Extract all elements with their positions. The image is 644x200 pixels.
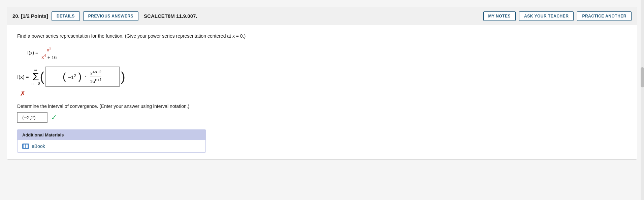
ebook-label: eBook [32,144,45,149]
svg-rect-0 [24,145,25,148]
dot-separator: · [85,74,86,80]
answer-fraction: x4n+2 16n+1 [90,70,102,84]
function-label: f(x) = [27,50,38,55]
question-id: SCALCET8M 11.9.007. [144,13,197,19]
additional-materials-header: Additional Materials [18,130,205,140]
scrollbar-track[interactable] [641,0,644,200]
open-paren-outer: ( [40,70,44,83]
summation: ∞ Σ n = 0 [32,68,40,85]
answer-input-box: ( −12 ) · x4n+2 16n+1 [45,67,120,87]
function-definition: f(x) = x2 x4 + 16 [27,46,627,60]
function-fraction: x2 x4 + 16 [41,46,57,60]
practice-another-button[interactable]: PRACTICE ANOTHER [577,11,632,21]
answer-row: f(x) = ∞ Σ n = 0 ( ( −12 ) · [17,67,627,87]
answer-frac-num: x4n+2 [90,70,101,77]
correct-mark: ✓ [51,113,57,122]
convergence-section: Determine the interval of convergence. (… [17,104,627,123]
ebook-icon [22,144,29,149]
sum-lower: n = 0 [32,81,40,85]
scrollbar-thumb[interactable] [641,67,644,87]
convergence-answer-box: (−2,2) [17,112,47,123]
additional-materials: Additional Materials eBook [17,129,206,153]
ebook-link[interactable]: eBook [22,144,201,149]
svg-rect-1 [26,145,28,148]
convergence-text: Determine the interval of convergence. (… [17,104,627,109]
close-paren-inner: ) [78,72,82,82]
answer-label: f(x) = [17,74,29,80]
close-paren-outer: ) [121,70,125,83]
details-button[interactable]: DETAILS [52,11,80,21]
frac-numerator: x2 [47,46,51,53]
question-number: 20. [1/2 Points] [12,13,48,19]
open-paren-inner: ( [63,72,66,82]
frac-denominator: x4 + 16 [41,53,57,60]
answer-frac-den: 16n+1 [90,77,102,84]
problem-text: Find a power series representation for t… [17,33,627,40]
base-value: −12 [68,73,76,80]
ask-teacher-button[interactable]: ASK YOUR TEACHER [519,11,574,21]
my-notes-button[interactable]: MY NOTES [483,11,516,21]
wrong-mark: ✗ [20,89,627,97]
previous-answers-button[interactable]: PREVIOUS ANSWERS [83,11,138,21]
